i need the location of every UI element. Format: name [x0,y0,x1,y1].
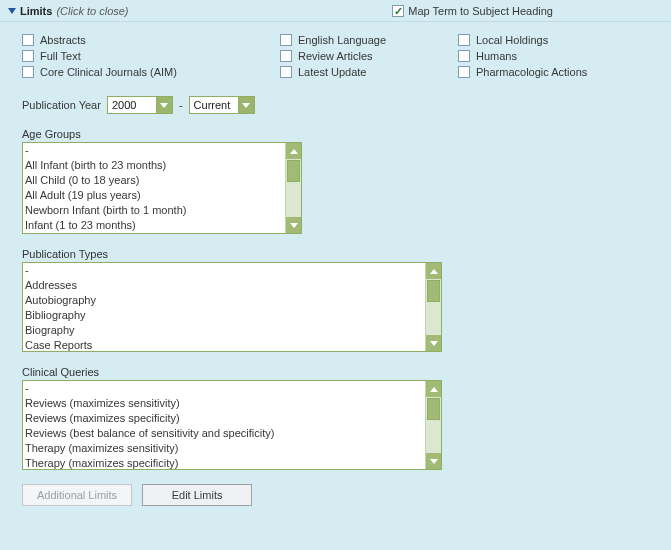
list-item[interactable]: Infant (1 to 23 months) [25,218,283,233]
list-item[interactable]: All Adult (19 plus years) [25,188,283,203]
clinical-queries-listbox[interactable]: - Reviews (maximizes sensitivity) Review… [22,380,442,470]
map-term-label: Map Term to Subject Heading [408,5,553,17]
pub-types-label: Publication Types [22,248,653,260]
scrollbar[interactable] [425,263,441,351]
pub-types-listbox[interactable]: - Addresses Autobiography Bibliography B… [22,262,442,352]
pubyear-to-select[interactable]: Current [189,96,255,114]
age-groups-label: Age Groups [22,128,653,140]
scroll-down-icon[interactable] [286,217,302,233]
checkbox[interactable] [22,50,34,62]
edit-limits-button[interactable]: Edit Limits [142,484,252,506]
scroll-up-icon[interactable] [426,381,442,397]
scroll-down-icon[interactable] [426,335,442,351]
scroll-thumb[interactable] [427,280,440,302]
limits-body: Abstracts English Language Local Holding… [0,22,671,516]
chevron-down-icon [238,97,254,113]
age-groups-listbox[interactable]: - All Infant (birth to 23 months) All Ch… [22,142,302,234]
opt-label: Review Articles [298,50,373,62]
list-item[interactable]: All Infant (birth to 23 months) [25,158,283,173]
opt-fulltext: Full Text [22,50,272,62]
opt-review: Review Articles [280,50,450,62]
limits-title: Limits [20,5,52,17]
dash: - [179,99,183,111]
opt-label: Abstracts [40,34,86,46]
opt-english: English Language [280,34,450,46]
list-item[interactable]: Reviews (maximizes sensitivity) [25,396,423,411]
checkbox[interactable] [458,34,470,46]
list-item[interactable]: Therapy (maximizes specificity) [25,456,423,470]
chevron-down-icon [156,97,172,113]
opt-pharmacologic: Pharmacologic Actions [458,66,638,78]
checkbox[interactable] [22,34,34,46]
scrollbar[interactable] [425,381,441,469]
collapse-icon [8,8,16,14]
opt-label: English Language [298,34,386,46]
list-item[interactable]: Reviews (maximizes specificity) [25,411,423,426]
list-item[interactable]: Addresses [25,278,423,293]
checkbox[interactable] [280,66,292,78]
list-item[interactable]: Bibliography [25,308,423,323]
list-item[interactable]: Reviews (best balance of sensitivity and… [25,426,423,441]
list-item[interactable]: - [25,143,283,158]
opt-label: Pharmacologic Actions [476,66,587,78]
list-item[interactable]: All Child (0 to 18 years) [25,173,283,188]
opt-label: Humans [476,50,517,62]
opt-abstracts: Abstracts [22,34,272,46]
scroll-track[interactable] [286,159,301,217]
scroll-thumb[interactable] [287,160,300,182]
list-item[interactable]: Case Reports [25,338,423,352]
checkbox[interactable] [280,50,292,62]
scrollbar[interactable] [285,143,301,233]
map-term-checkbox[interactable] [392,5,404,17]
list-item[interactable]: Therapy (maximizes sensitivity) [25,441,423,456]
opt-label: Core Clinical Journals (AIM) [40,66,177,78]
additional-limits-button: Additional Limits [22,484,132,506]
checkbox[interactable] [458,66,470,78]
publication-year-row: Publication Year 2000 - Current [22,96,653,114]
opt-label: Latest Update [298,66,367,78]
opt-label: Full Text [40,50,81,62]
opt-core-journals: Core Clinical Journals (AIM) [22,66,272,78]
select-value: Current [194,99,238,111]
limits-header[interactable]: Limits (Click to close) Map Term to Subj… [0,0,671,22]
list-item[interactable]: - [25,263,423,278]
clinical-queries-label: Clinical Queries [22,366,653,378]
limits-hint: (Click to close) [56,5,128,17]
scroll-track[interactable] [426,279,441,335]
list-item[interactable]: Biography [25,323,423,338]
scroll-up-icon[interactable] [286,143,302,159]
button-row: Additional Limits Edit Limits [22,484,653,506]
map-term-option: Map Term to Subject Heading [392,5,663,17]
opt-local-holdings: Local Holdings [458,34,638,46]
list-item[interactable]: Newborn Infant (birth to 1 month) [25,203,283,218]
opt-label: Local Holdings [476,34,548,46]
scroll-track[interactable] [426,397,441,453]
opt-latest-update: Latest Update [280,66,450,78]
list-item[interactable]: - [25,381,423,396]
scroll-thumb[interactable] [427,398,440,420]
checkbox-grid: Abstracts English Language Local Holding… [22,34,653,78]
checkbox[interactable] [280,34,292,46]
scroll-up-icon[interactable] [426,263,442,279]
checkbox[interactable] [458,50,470,62]
list-item[interactable]: Autobiography [25,293,423,308]
pubyear-label: Publication Year [22,99,101,111]
opt-humans: Humans [458,50,638,62]
checkbox[interactable] [22,66,34,78]
select-value: 2000 [112,99,156,111]
scroll-down-icon[interactable] [426,453,442,469]
pubyear-from-select[interactable]: 2000 [107,96,173,114]
